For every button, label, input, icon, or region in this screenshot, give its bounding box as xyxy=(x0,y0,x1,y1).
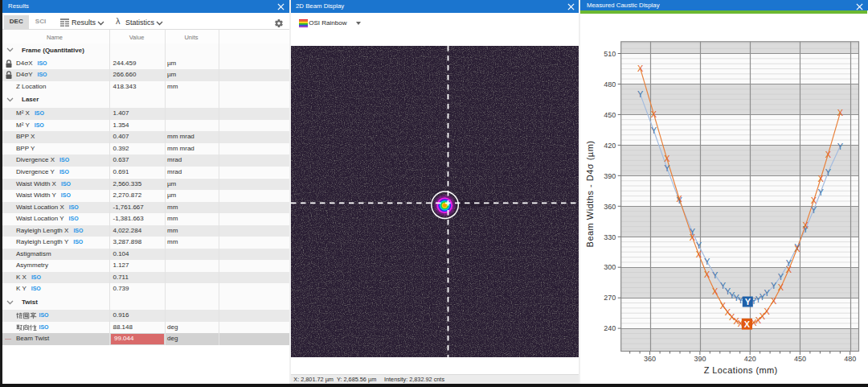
svg-text:X: X xyxy=(676,194,682,204)
svg-text:330: 330 xyxy=(604,233,616,241)
svg-text:Y: Y xyxy=(637,89,644,99)
svg-text:240: 240 xyxy=(604,324,616,332)
svg-text:480: 480 xyxy=(604,80,616,89)
svg-text:510: 510 xyxy=(604,50,616,58)
svg-text:Y: Y xyxy=(811,205,817,215)
svg-text:450: 450 xyxy=(604,111,616,119)
svg-text:X: X xyxy=(771,296,777,306)
svg-text:Y: Y xyxy=(778,272,784,282)
svg-text:Y: Y xyxy=(771,281,777,290)
svg-text:Y: Y xyxy=(764,288,770,298)
svg-text:Y: Y xyxy=(825,167,832,177)
svg-text:Y: Y xyxy=(651,126,657,135)
svg-text:420: 420 xyxy=(744,355,756,363)
svg-text:X: X xyxy=(696,249,702,259)
svg-text:Y: Y xyxy=(664,163,670,173)
svg-text:390: 390 xyxy=(604,172,616,180)
svg-text:X: X xyxy=(690,233,696,242)
svg-text:300: 300 xyxy=(604,263,616,271)
svg-text:X: X xyxy=(825,150,832,159)
svg-text:Y: Y xyxy=(837,142,844,151)
svg-text:360: 360 xyxy=(604,203,616,211)
svg-text:X: X xyxy=(744,319,751,329)
svg-text:270: 270 xyxy=(604,294,616,302)
svg-text:Y: Y xyxy=(704,257,710,266)
svg-text:X: X xyxy=(664,154,670,163)
svg-text:X: X xyxy=(794,244,800,253)
svg-text:X: X xyxy=(712,286,719,296)
svg-text:420: 420 xyxy=(604,142,616,150)
svg-text:X: X xyxy=(651,109,657,119)
svg-text:X: X xyxy=(704,270,710,279)
svg-text:Y: Y xyxy=(745,297,751,307)
svg-text:X: X xyxy=(637,64,644,73)
svg-text:X: X xyxy=(764,307,770,316)
svg-text:X: X xyxy=(818,174,825,183)
svg-text:Y: Y xyxy=(818,187,825,197)
svg-text:X: X xyxy=(811,196,817,205)
svg-text:450: 450 xyxy=(794,355,806,363)
svg-text:360: 360 xyxy=(644,355,656,363)
svg-text:X: X xyxy=(802,220,809,230)
svg-text:Y: Y xyxy=(712,270,719,280)
svg-text:390: 390 xyxy=(694,355,706,363)
svg-text:Beam Widths - D4σ (µm): Beam Widths - D4σ (µm) xyxy=(585,141,595,248)
svg-text:480: 480 xyxy=(844,355,856,363)
svg-text:X: X xyxy=(837,108,844,117)
svg-text:X: X xyxy=(778,282,784,292)
svg-text:X: X xyxy=(786,265,792,274)
svg-text:Z Locations (mm): Z Locations (mm) xyxy=(704,365,778,375)
